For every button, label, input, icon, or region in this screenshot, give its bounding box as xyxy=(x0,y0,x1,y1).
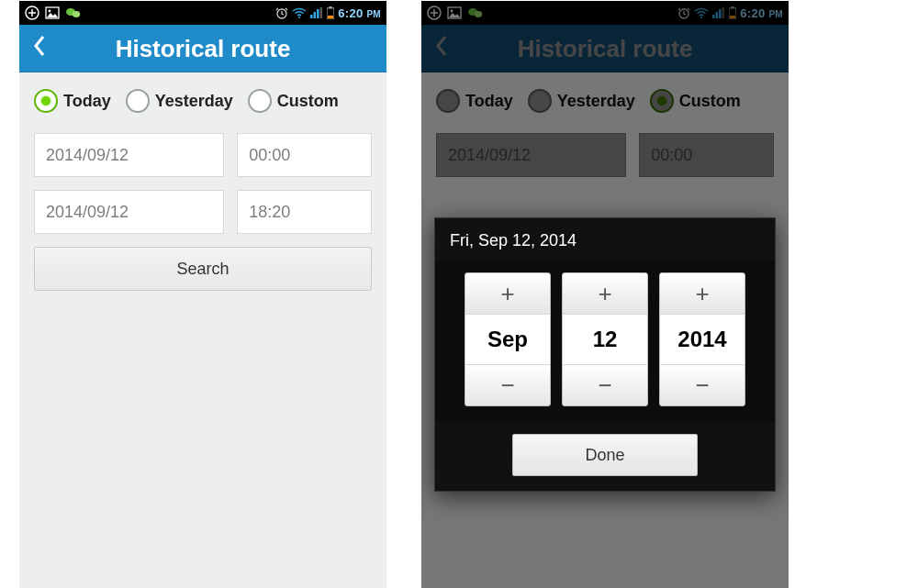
radio-label: Today xyxy=(63,92,111,111)
phone-screen-2: 6:20 PM Historical route Today Yesterday… xyxy=(420,0,789,588)
day-increment-button[interactable]: + xyxy=(563,273,647,314)
day-decrement-button[interactable]: − xyxy=(563,365,647,405)
radio-dot-icon xyxy=(436,89,460,113)
date-picker-dialog: Fri, Sep 12, 2014 + Sep − + 12 − + xyxy=(434,217,776,492)
app-bar: Historical route xyxy=(19,25,386,72)
add-icon xyxy=(427,6,442,20)
signal-icon xyxy=(310,7,323,18)
month-value[interactable]: Sep xyxy=(465,314,550,365)
wifi-icon xyxy=(694,7,709,18)
app-bar: Historical route xyxy=(421,25,789,72)
radio-yesterday[interactable]: Yesterday xyxy=(528,89,635,113)
month-increment-button[interactable]: + xyxy=(465,273,550,314)
svg-rect-10 xyxy=(320,7,323,18)
radio-label: Custom xyxy=(679,92,741,111)
page-title: Historical route xyxy=(431,35,779,63)
add-icon xyxy=(25,6,39,20)
svg-point-4 xyxy=(73,11,80,17)
radio-dot-icon xyxy=(528,89,552,113)
from-date-field[interactable]: 2014/09/12 xyxy=(436,133,626,177)
radio-label: Yesterday xyxy=(557,92,635,111)
to-time-field[interactable]: 18:20 xyxy=(237,190,372,234)
picker-title: Fri, Sep 12, 2014 xyxy=(435,218,775,260)
content-area: Today Yesterday Custom 2014/09/12 00:00 … xyxy=(19,72,386,307)
year-decrement-button[interactable]: − xyxy=(660,365,744,405)
month-decrement-button[interactable]: − xyxy=(465,365,550,405)
svg-rect-7 xyxy=(310,15,313,18)
svg-point-6 xyxy=(298,17,300,18)
day-spinner: + 12 − xyxy=(562,272,648,406)
month-spinner: + Sep − xyxy=(465,272,551,406)
svg-point-20 xyxy=(700,17,702,18)
radio-label: Yesterday xyxy=(155,92,233,111)
to-date-field[interactable]: 2014/09/12 xyxy=(34,190,224,234)
range-radio-group: Today Yesterday Custom xyxy=(436,89,774,113)
radio-label: Custom xyxy=(277,92,339,111)
radio-dot-icon xyxy=(248,89,272,113)
svg-point-18 xyxy=(475,11,482,17)
wifi-icon xyxy=(292,7,307,18)
svg-rect-8 xyxy=(314,12,317,18)
done-button[interactable]: Done xyxy=(512,434,698,476)
radio-label: Today xyxy=(465,92,513,111)
radio-custom[interactable]: Custom xyxy=(650,89,741,113)
radio-yesterday[interactable]: Yesterday xyxy=(126,89,233,113)
svg-rect-26 xyxy=(732,6,734,8)
content-area: Today Yesterday Custom 2014/09/12 00:00 xyxy=(421,72,789,206)
image-icon xyxy=(45,6,60,19)
svg-rect-13 xyxy=(328,16,333,18)
battery-icon xyxy=(729,6,736,19)
status-bar: 6:20 PM xyxy=(19,1,386,25)
radio-custom[interactable]: Custom xyxy=(248,89,339,113)
wechat-icon xyxy=(65,6,82,19)
radio-dot-icon xyxy=(650,89,674,113)
image-icon xyxy=(447,6,462,19)
year-value[interactable]: 2014 xyxy=(660,314,744,365)
radio-today[interactable]: Today xyxy=(436,89,513,113)
svg-rect-12 xyxy=(330,6,332,8)
page-title: Historical route xyxy=(28,35,377,63)
picker-body: + Sep − + 12 − + 2014 − xyxy=(435,260,775,423)
svg-rect-23 xyxy=(719,9,722,18)
svg-rect-9 xyxy=(317,9,319,18)
status-bar: 6:20 PM xyxy=(421,1,789,25)
from-date-field[interactable]: 2014/09/12 xyxy=(34,133,224,177)
svg-rect-21 xyxy=(712,15,715,18)
radio-dot-icon xyxy=(126,89,150,113)
radio-dot-icon xyxy=(34,89,58,113)
phone-screen-1: 6:20 PM Historical route Today Yesterday… xyxy=(18,0,387,588)
year-increment-button[interactable]: + xyxy=(660,273,744,314)
search-button[interactable]: Search xyxy=(34,247,372,291)
range-radio-group: Today Yesterday Custom xyxy=(34,89,372,113)
alarm-icon xyxy=(677,6,690,19)
svg-point-16 xyxy=(451,10,453,13)
svg-rect-22 xyxy=(716,12,719,18)
from-time-field[interactable]: 00:00 xyxy=(237,133,372,177)
radio-today[interactable]: Today xyxy=(34,89,111,113)
from-time-field[interactable]: 00:00 xyxy=(639,133,774,177)
alarm-icon xyxy=(275,6,288,19)
battery-icon xyxy=(327,6,334,19)
svg-rect-27 xyxy=(730,16,735,18)
clock-time: 6:20 PM xyxy=(338,6,381,20)
clock-time: 6:20 PM xyxy=(740,6,783,20)
signal-icon xyxy=(712,7,725,18)
day-value[interactable]: 12 xyxy=(563,314,647,365)
year-spinner: + 2014 − xyxy=(659,272,745,406)
wechat-icon xyxy=(467,6,484,19)
svg-point-2 xyxy=(49,10,51,13)
svg-rect-24 xyxy=(722,7,725,18)
